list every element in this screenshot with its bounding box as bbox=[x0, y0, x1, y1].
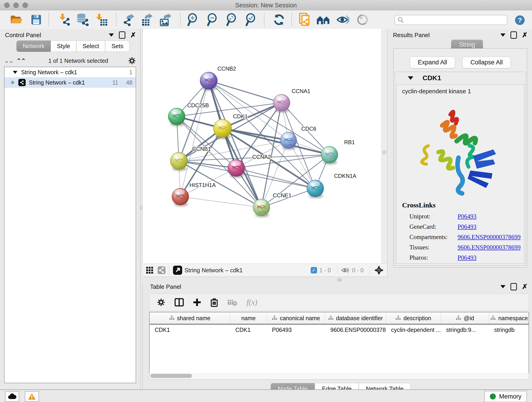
memory-button[interactable]: Memory bbox=[484, 391, 527, 402]
edge-CCNB2-HIST1H1A[interactable] bbox=[180, 81, 209, 197]
network-row-selected[interactable]: String Network – cdk1 1148 bbox=[5, 77, 136, 88]
network-collection-row[interactable]: String Network – cdk1 1 bbox=[5, 67, 136, 77]
edge-HIST1H1A-CCNE1[interactable] bbox=[180, 197, 261, 207]
tab-sets[interactable]: Sets bbox=[105, 41, 129, 52]
column-header-shared-name[interactable]: shared name bbox=[150, 313, 230, 324]
node-label-CCNA1: CCNA1 bbox=[292, 88, 310, 94]
float-panel-icon[interactable] bbox=[119, 32, 125, 39]
node-HIST1H1A[interactable]: HIST1H1A bbox=[172, 182, 216, 206]
edge-CCNA2-CDKN1A[interactable] bbox=[236, 168, 315, 188]
add-column-icon[interactable] bbox=[193, 298, 201, 306]
node-label-CDC6: CDC6 bbox=[301, 126, 316, 132]
float-panel-icon[interactable] bbox=[510, 32, 517, 39]
node-CCNA1[interactable]: CCNA1 bbox=[273, 88, 310, 113]
zoom-fit-button[interactable] bbox=[224, 12, 239, 27]
open-in-window-icon[interactable] bbox=[173, 266, 182, 275]
selected-counts: 1 - 0 bbox=[319, 267, 331, 274]
selected-checkbox[interactable]: ✓ bbox=[311, 267, 317, 274]
search-input[interactable] bbox=[406, 17, 504, 23]
horizontal-splitter-handle[interactable] bbox=[337, 278, 342, 282]
toolbar-divider bbox=[169, 266, 169, 275]
show-all-button[interactable] bbox=[355, 12, 370, 27]
column-header-name[interactable]: name bbox=[230, 313, 267, 324]
column-header-description[interactable]: description bbox=[386, 313, 441, 324]
collapse-all-networks-icon[interactable]: ⌄⌄ bbox=[4, 57, 13, 64]
close-panel-icon[interactable]: ✗ bbox=[522, 283, 528, 290]
zoom-out-button[interactable] bbox=[205, 12, 220, 27]
hide-selected-button[interactable] bbox=[336, 12, 351, 27]
table-options-gear-icon[interactable] bbox=[157, 298, 165, 307]
scrollbar-thumb[interactable] bbox=[150, 374, 192, 378]
birds-eye-view-icon[interactable] bbox=[146, 266, 153, 274]
node-RB1[interactable]: RB1 bbox=[321, 139, 355, 165]
tab-network[interactable]: Network bbox=[17, 41, 51, 52]
current-network-name: String Network – cdk1 bbox=[184, 267, 311, 274]
expand-all-button[interactable]: Expand All bbox=[410, 57, 455, 68]
import-database-button[interactable] bbox=[76, 12, 90, 27]
node-label-CDC25B: CDC25B bbox=[187, 102, 209, 108]
float-panel-icon[interactable] bbox=[510, 283, 517, 290]
table-cell: stringdb bbox=[489, 327, 529, 333]
memory-status-dot bbox=[490, 394, 496, 400]
panel-menu-icon[interactable] bbox=[500, 33, 505, 37]
collapse-all-button[interactable]: Collapse All bbox=[462, 57, 511, 68]
panel-menu-icon[interactable] bbox=[109, 33, 114, 37]
edge-CCNB2-CCNE1[interactable] bbox=[209, 81, 261, 207]
export-network-button[interactable] bbox=[121, 12, 136, 27]
save-session-button[interactable] bbox=[29, 12, 44, 27]
zoom-in-button[interactable] bbox=[186, 12, 200, 27]
section-collapse-icon[interactable] bbox=[408, 76, 413, 80]
column-header-namespace[interactable]: namespace bbox=[489, 313, 529, 324]
refresh-view-button[interactable] bbox=[272, 12, 286, 27]
show-columns-icon[interactable] bbox=[175, 298, 184, 306]
cloud-status-button[interactable] bbox=[5, 391, 19, 402]
delete-column-trash-icon[interactable] bbox=[210, 298, 218, 307]
export-table-button[interactable] bbox=[140, 12, 154, 27]
tab-style[interactable]: Style bbox=[51, 41, 76, 52]
clone-network-button[interactable] bbox=[298, 12, 312, 27]
export-image-button[interactable] bbox=[158, 12, 173, 27]
help-button[interactable]: ? bbox=[515, 15, 525, 25]
delete-table-icon[interactable] bbox=[227, 298, 237, 306]
hidden-eye-slash-icon[interactable] bbox=[341, 267, 350, 274]
network-view[interactable]: CCNB2CCNA1CDC25BCDK1CDC6RB1CCNB1CCNA2CDK… bbox=[143, 29, 381, 264]
import-network-button[interactable] bbox=[57, 12, 72, 27]
crosslink-value[interactable]: P06493 bbox=[457, 213, 476, 220]
node-label-CCNB2: CCNB2 bbox=[217, 65, 236, 72]
node-CDKN1A[interactable]: CDKN1A bbox=[307, 173, 356, 198]
column-header-canonical-name[interactable]: canonical name bbox=[267, 313, 325, 324]
edge-CCNB2-RB1[interactable] bbox=[209, 81, 329, 155]
network-options-gear-icon[interactable] bbox=[128, 57, 136, 65]
zoom-selected-button[interactable] bbox=[243, 12, 258, 27]
column-header-database-identifier[interactable]: database identifier bbox=[325, 313, 386, 324]
right-splitter-handle[interactable] bbox=[382, 150, 386, 154]
column-header--id[interactable]: @id bbox=[441, 313, 489, 324]
collection-name: String Network – cdk1 bbox=[21, 69, 77, 76]
table-cell: P06493 bbox=[267, 327, 325, 333]
table-horizontal-scrollbar[interactable] bbox=[149, 373, 529, 380]
expand-all-networks-icon[interactable]: ⌃⌃ bbox=[17, 57, 26, 64]
import-table-button[interactable] bbox=[94, 12, 109, 27]
string-share-icon[interactable] bbox=[158, 266, 165, 274]
crosslink-value[interactable]: P06493 bbox=[457, 254, 476, 261]
gene-name: CDK1 bbox=[423, 74, 441, 82]
import-table-icon bbox=[95, 13, 108, 26]
first-neighbors-button[interactable] bbox=[316, 12, 331, 27]
node-CCNE1[interactable]: CCNE1 bbox=[253, 192, 291, 217]
panel-menu-icon[interactable] bbox=[500, 285, 505, 288]
pan-crosshair-icon[interactable] bbox=[374, 265, 384, 275]
collection-collapse-icon[interactable] bbox=[13, 71, 17, 74]
warnings-button[interactable] bbox=[25, 391, 39, 402]
crosslink-row: Pharos:P06493 bbox=[402, 253, 524, 263]
open-file-button[interactable] bbox=[9, 12, 23, 27]
close-panel-icon[interactable]: ✗ bbox=[522, 32, 528, 38]
crosslink-value[interactable]: 9606.ENSP00000378699 bbox=[457, 234, 520, 241]
canvas-right-scrollbar[interactable] bbox=[381, 29, 387, 264]
crosslink-value[interactable]: P06493 bbox=[457, 223, 476, 230]
gene-section-header[interactable]: CDK1 bbox=[395, 72, 526, 84]
tab-select[interactable]: Select bbox=[76, 41, 105, 52]
close-panel-icon[interactable]: ✗ bbox=[130, 32, 136, 38]
table-row[interactable]: CDK1CDK1P064939606.ENSP00000378699cyclin… bbox=[150, 325, 529, 335]
function-builder-button[interactable]: f(x) bbox=[247, 298, 257, 307]
crosslink-value[interactable]: 9606.ENSP00000378699 bbox=[457, 244, 520, 251]
